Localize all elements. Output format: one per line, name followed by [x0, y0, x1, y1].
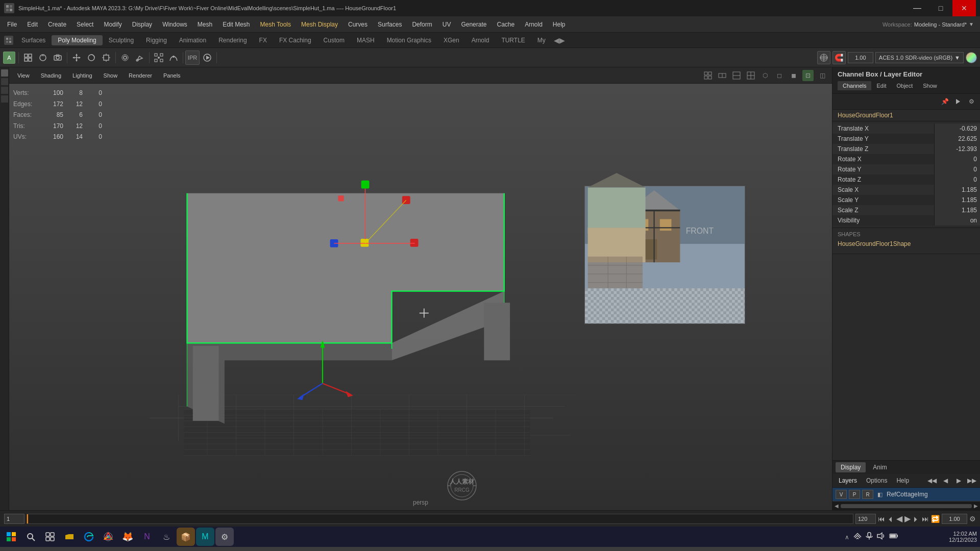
menu-item-uv[interactable]: UV [437, 19, 456, 30]
select-mode-btn[interactable]: A [3, 52, 15, 64]
cb-tab-show[interactable]: Show [918, 81, 942, 90]
start-button[interactable] [2, 528, 20, 546]
menu-item-display[interactable]: Display [127, 19, 157, 30]
vh-renderer[interactable]: Renderer [125, 71, 156, 80]
layer-name[interactable]: RefCottageImg [887, 491, 977, 498]
ws-arnold[interactable]: Arnold [465, 35, 496, 45]
search-button[interactable] [21, 528, 40, 546]
taskbar-app5[interactable]: 📦 [177, 528, 195, 546]
taskbar-onenote[interactable]: N [138, 528, 156, 546]
menu-item-generate[interactable]: Generate [456, 19, 492, 30]
ws-fx-caching[interactable]: FX Caching [273, 35, 317, 45]
current-time-input[interactable] [942, 514, 967, 524]
ws-turtle[interactable]: TURTLE [495, 35, 531, 45]
taskbar-maya[interactable]: M [196, 528, 214, 546]
vh-icon-2[interactable] [717, 70, 728, 81]
transport-next-end[interactable]: ⏭ [922, 515, 929, 523]
ws-rendering[interactable]: Rendering [212, 35, 253, 45]
menu-item-select[interactable]: Select [71, 19, 99, 30]
lp-btn-3[interactable] [1, 87, 8, 94]
vh-show[interactable]: Show [100, 71, 122, 80]
lm-options[interactable]: Options [863, 476, 890, 485]
scroll-right-btn[interactable]: ▶ [974, 503, 978, 509]
vh-icon-6[interactable]: ◻ [774, 70, 785, 81]
layer-arrow-1[interactable]: ◀◀ [927, 475, 937, 486]
vh-icon-4[interactable] [745, 70, 756, 81]
ws-sculpting[interactable]: Sculpting [103, 35, 140, 45]
tray-icon-net[interactable] [853, 532, 862, 542]
menu-item-mesh[interactable]: Mesh [192, 19, 217, 30]
cb-tab-object[interactable]: Object [891, 81, 918, 90]
ws-fx[interactable]: FX [253, 35, 273, 45]
transport-prev-end[interactable]: ⏮ [878, 515, 885, 523]
taskbar-steam[interactable]: ♨ [157, 528, 176, 546]
vh-icon-3[interactable] [731, 70, 742, 81]
tray-icon-volume[interactable] [877, 532, 885, 542]
menu-item-edit[interactable]: Edit [22, 19, 43, 30]
snap-point-btn[interactable] [152, 51, 166, 65]
menu-item-help[interactable]: Help [548, 19, 571, 30]
tab-display[interactable]: Display [836, 462, 866, 472]
system-clock[interactable]: 12:02 AM 12/12/2023 [949, 531, 977, 543]
ws-mash[interactable]: MASH [351, 35, 381, 45]
loop-btn[interactable] [36, 51, 50, 65]
frame-input[interactable]: 1.00 [848, 52, 873, 63]
ws-collapse-right[interactable]: ▶ [559, 36, 565, 44]
time-range-end[interactable] [855, 514, 876, 524]
layer-scrollbar[interactable]: ◀ ▶ [832, 501, 980, 510]
lp-btn-2[interactable] [1, 78, 8, 85]
maximize-button[interactable]: □ [929, 0, 952, 16]
lp-btn-4[interactable] [1, 95, 8, 103]
vh-lighting[interactable]: Lighting [68, 71, 96, 80]
tray-chevron[interactable]: ∧ [845, 533, 849, 540]
cb-icon-gear[interactable]: ⚙ [966, 96, 977, 107]
menu-item-deform[interactable]: Deform [407, 19, 437, 30]
lm-help[interactable]: Help [893, 476, 912, 485]
vh-icon-8[interactable]: ⊡ [802, 70, 814, 81]
menu-item-mesh-display[interactable]: Mesh Display [296, 19, 343, 30]
transport-prev-frame[interactable]: ⏴ [887, 515, 894, 523]
cb-tab-edit[interactable]: Edit [871, 81, 891, 90]
close-button[interactable]: ✕ [952, 0, 976, 16]
taskbar-explorer[interactable] [60, 528, 79, 546]
vh-view[interactable]: View [13, 71, 34, 80]
taskbar-firefox[interactable]: 🦊 [118, 528, 137, 546]
layer-r-btn[interactable]: R [862, 490, 873, 499]
cb-icon-pin[interactable]: 📌 [939, 96, 950, 107]
paint-btn[interactable] [133, 51, 147, 65]
ws-poly-modeling[interactable]: Poly Modeling [52, 35, 102, 45]
layer-arrow-3[interactable]: ▶ [953, 475, 964, 486]
camera-btn[interactable] [51, 51, 65, 65]
snap-curve-btn[interactable] [166, 51, 181, 65]
taskbar-app6[interactable]: ⚙ [215, 528, 234, 546]
menu-item-arnold[interactable]: Arnold [520, 19, 548, 30]
taskbar-chrome[interactable] [99, 528, 117, 546]
layer-v-btn[interactable]: V [836, 490, 847, 499]
taskview-button[interactable] [41, 528, 59, 546]
menu-item-surfaces[interactable]: Surfaces [373, 19, 407, 30]
ws-collapse-left[interactable]: ◀ [554, 36, 559, 44]
tray-icon-mic[interactable] [866, 532, 873, 542]
ws-rigging[interactable]: Rigging [140, 35, 173, 45]
vh-icon-5[interactable]: ⬡ [760, 70, 771, 81]
lp-btn-1[interactable] [1, 69, 8, 77]
workspace-dropdown-icon[interactable]: ▼ [969, 21, 974, 27]
vh-panels[interactable]: Panels [159, 71, 185, 80]
ws-my[interactable]: My [531, 35, 552, 45]
menu-item-create[interactable]: Create [43, 19, 71, 30]
timeline-bar[interactable] [27, 514, 853, 524]
menu-item-cache[interactable]: Cache [492, 19, 520, 30]
menu-item-windows[interactable]: Windows [157, 19, 192, 30]
layer-arrow-2[interactable]: ◀ [940, 475, 950, 486]
vh-shading[interactable]: Shading [37, 71, 65, 80]
time-range-start[interactable] [4, 514, 24, 524]
vh-icon-7[interactable]: ◼ [788, 70, 799, 81]
snap-to-grid-btn[interactable] [21, 51, 35, 65]
scroll-left-btn[interactable]: ◀ [835, 503, 839, 509]
canvas-area[interactable]: Verts: 100 8 0 Edges: 172 12 0 Faces: 85… [9, 84, 832, 510]
ws-custom[interactable]: Custom [317, 35, 351, 45]
layer-arrow-4[interactable]: ▶▶ [967, 475, 977, 486]
transport-play[interactable]: ▶ [904, 514, 911, 523]
timeline-settings[interactable]: ⚙ [969, 515, 976, 523]
persp-icon[interactable] [817, 51, 830, 64]
